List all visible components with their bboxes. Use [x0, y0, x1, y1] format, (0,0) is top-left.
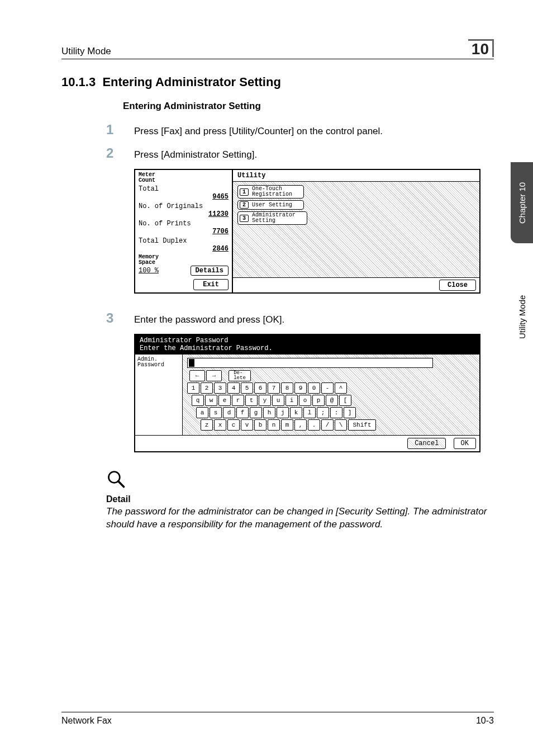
key-row-4: z x c v b n m , . / \ Shift	[201, 419, 475, 431]
total-value: 9465	[139, 193, 229, 201]
duplex-label: Total Duplex	[139, 237, 229, 245]
ok-button[interactable]: OK	[454, 438, 476, 449]
step-3: 3 Enter the password and press [OK].	[106, 310, 494, 326]
key[interactable]: 1	[187, 382, 199, 394]
key[interactable]: 3	[214, 382, 226, 394]
step-num: 1	[106, 122, 134, 138]
key[interactable]: d	[223, 407, 235, 418]
footer: Network Fax 10-3	[61, 712, 494, 726]
key[interactable]: u	[272, 395, 284, 406]
utility-item-admin-setting[interactable]: 3Administrator Setting	[237, 211, 307, 225]
cursor-icon	[189, 359, 194, 367]
key[interactable]: @	[326, 395, 338, 406]
key[interactable]: h	[263, 407, 275, 418]
details-button[interactable]: Details	[191, 266, 229, 276]
key[interactable]: n	[268, 419, 280, 431]
step-num: 2	[106, 145, 134, 161]
exit-button[interactable]: Exit	[193, 279, 229, 290]
key[interactable]: 0	[308, 382, 320, 394]
prints-label: No. of Prints	[139, 220, 229, 228]
key[interactable]: p	[312, 395, 325, 406]
key[interactable]: w	[205, 395, 217, 406]
meter-panel: Meter Count Total 9465 No. of Originals …	[135, 170, 233, 292]
key[interactable]: /	[321, 419, 334, 431]
key[interactable]: c	[227, 419, 240, 431]
delete-key[interactable]: De- lete	[229, 370, 251, 381]
key[interactable]: t	[245, 395, 258, 406]
key-row-1: 1 2 3 4 5 6 7 8 9 0 - ^	[187, 382, 475, 394]
header: Utility Mode 10	[61, 39, 494, 59]
key[interactable]: .	[308, 419, 320, 431]
password-input[interactable]	[187, 358, 433, 368]
magnifier-icon	[106, 469, 494, 491]
key[interactable]: ;	[317, 407, 329, 418]
key[interactable]: :	[330, 407, 342, 418]
step-text: Enter the password and press [OK].	[134, 314, 494, 325]
memory-value: 100 %	[139, 267, 159, 275]
item-num: 1	[240, 188, 249, 196]
detail-text: The password for the administrator can b…	[106, 505, 494, 531]
step-1: 1 Press [Fax] and press [Utility/Counter…	[106, 122, 494, 138]
total-label: Total	[139, 185, 229, 193]
shift-key[interactable]: Shift	[348, 419, 376, 431]
key[interactable]: [	[339, 395, 351, 406]
key[interactable]: \	[335, 419, 347, 431]
utility-item-one-touch[interactable]: 1One-Touch Registration	[237, 185, 304, 199]
key[interactable]: y	[259, 395, 271, 406]
footer-left: Network Fax	[61, 716, 112, 726]
step-num: 3	[106, 310, 134, 326]
section-num: 10.1.3	[61, 75, 96, 89]
utility-item-user-setting[interactable]: 2User Setting	[237, 200, 304, 210]
svg-line-1	[118, 481, 124, 486]
key[interactable]: i	[285, 395, 298, 406]
key[interactable]: f	[236, 407, 249, 418]
side-tab-mode: Utility Mode	[511, 243, 533, 397]
key[interactable]: j	[277, 407, 289, 418]
key[interactable]: e	[218, 395, 231, 406]
cancel-button[interactable]: Cancel	[407, 438, 446, 449]
pw-title: Administrator Password	[140, 337, 475, 344]
password-screenshot: Administrator Password Enter the Adminis…	[134, 334, 480, 452]
key[interactable]: q	[192, 395, 204, 406]
key[interactable]: m	[281, 419, 293, 431]
key-row-3: a s d f g h j k l ; : ]	[196, 407, 475, 418]
originals-value: 11230	[139, 210, 229, 218]
key[interactable]: 6	[254, 382, 266, 394]
detail-heading: Detail	[106, 494, 494, 504]
key[interactable]: ,	[294, 419, 307, 431]
key[interactable]: ^	[335, 382, 347, 394]
key[interactable]: a	[196, 407, 208, 418]
key[interactable]: z	[201, 419, 213, 431]
step-text: Press [Fax] and press [Utility/Counter] …	[134, 126, 494, 137]
close-button[interactable]: Close	[439, 280, 476, 291]
key[interactable]: 5	[241, 382, 253, 394]
pw-header: Administrator Password Enter the Adminis…	[135, 335, 479, 355]
key-row-2: q w e r t y u i o p @ [	[192, 395, 475, 406]
footer-right: 10-3	[476, 716, 494, 726]
sub-heading: Entering Administrator Setting	[123, 101, 494, 112]
arrow-left-key[interactable]: ←	[189, 370, 205, 381]
key[interactable]: 2	[201, 382, 213, 394]
key[interactable]: l	[303, 407, 316, 418]
key[interactable]: k	[290, 407, 302, 418]
key[interactable]: 9	[294, 382, 307, 394]
key[interactable]: ]	[344, 407, 356, 418]
utility-screenshot: Meter Count Total 9465 No. of Originals …	[134, 169, 480, 294]
key[interactable]: o	[299, 395, 311, 406]
prints-value: 7706	[139, 228, 229, 235]
key[interactable]: r	[232, 395, 244, 406]
header-title: Utility Mode	[61, 46, 111, 57]
key[interactable]: 8	[281, 382, 293, 394]
pw-prompt: Enter the Administrator Password.	[140, 344, 475, 352]
key[interactable]: 4	[227, 382, 240, 394]
side-tab-chapter: Chapter 10	[511, 162, 533, 243]
key[interactable]: s	[210, 407, 222, 418]
key[interactable]: -	[321, 382, 334, 394]
duplex-value: 2846	[139, 245, 229, 253]
key[interactable]: v	[241, 419, 253, 431]
key[interactable]: b	[254, 419, 266, 431]
arrow-right-key[interactable]: →	[206, 370, 222, 381]
key[interactable]: 7	[268, 382, 280, 394]
key[interactable]: x	[214, 419, 226, 431]
key[interactable]: g	[250, 407, 262, 418]
